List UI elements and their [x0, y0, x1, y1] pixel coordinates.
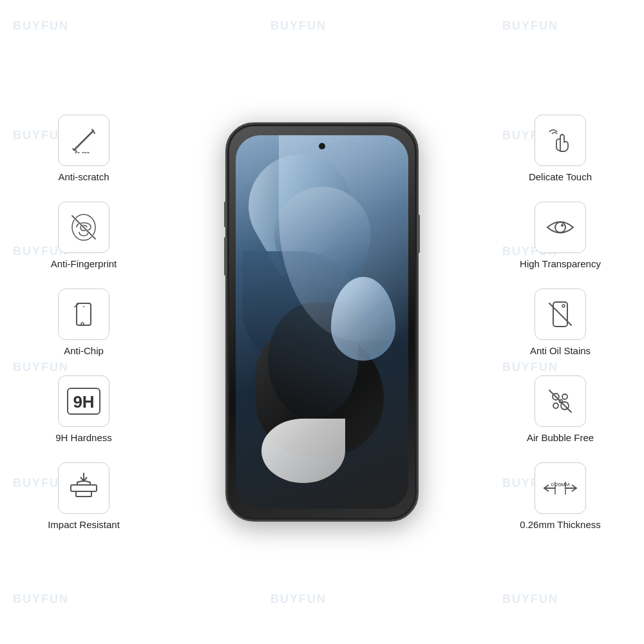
phone-shell — [225, 122, 419, 522]
anti-scratch-icon-box — [58, 115, 109, 166]
feature-anti-scratch: Anti-scratch — [58, 115, 109, 182]
svg-point-10 — [81, 323, 84, 325]
delicate-touch-icon-box — [535, 115, 586, 166]
feature-thickness: 0.26MM 0.26mm Thickness — [520, 462, 601, 530]
high-transparency-icon-box — [535, 202, 586, 253]
thickness-icon-box: 0.26MM — [535, 462, 586, 514]
phone-wrap — [225, 122, 419, 522]
anti-scratch-label: Anti-scratch — [58, 171, 109, 182]
punch-hole-camera — [319, 143, 325, 149]
svg-rect-15 — [71, 485, 97, 491]
phone-center — [148, 122, 496, 522]
thickness-icon: 0.26MM — [541, 472, 580, 504]
svg-text:0.26MM: 0.26MM — [551, 482, 570, 488]
feature-anti-chip: Anti-Chip — [58, 289, 109, 356]
phone-screen — [236, 135, 408, 509]
white-petal — [261, 419, 345, 483]
anti-fingerprint-icon-box — [58, 202, 109, 253]
feature-delicate-touch: Delicate Touch — [529, 115, 592, 182]
9h-hardness-icon-box: 9H — [58, 375, 109, 427]
feature-high-transparency: High Transparency — [520, 202, 601, 269]
anti-chip-label: Anti-Chip — [64, 345, 104, 356]
anti-oil-stains-label: Anti Oil Stains — [530, 345, 591, 356]
svg-line-28 — [549, 390, 571, 412]
impact-icon — [64, 472, 103, 504]
feature-anti-oil-stains: Anti Oil Stains — [530, 289, 591, 356]
screen-content — [236, 135, 408, 509]
transparency-icon — [544, 211, 576, 243]
left-features-column: Anti-scratch Anti-Fingerprint — [19, 115, 148, 530]
fingerprint-icon — [68, 211, 100, 243]
svg-point-21 — [562, 305, 565, 307]
main-container: Anti-scratch Anti-Fingerprint — [0, 0, 644, 644]
air-bubble-free-label: Air Bubble Free — [527, 432, 594, 443]
thickness-label: 0.26mm Thickness — [520, 519, 601, 530]
side-button-right — [417, 214, 420, 253]
impact-resistant-label: Impact Resistant — [48, 519, 120, 530]
scratch-icon — [68, 124, 100, 156]
touch-icon — [544, 124, 576, 156]
svg-point-19 — [561, 224, 564, 227]
right-features-column: Delicate Touch High Transparency — [496, 115, 625, 530]
feature-impact-resistant: Impact Resistant — [48, 462, 120, 530]
feature-anti-fingerprint: Anti-Fingerprint — [51, 202, 117, 269]
feature-air-bubble-free: Air Bubble Free — [527, 375, 594, 443]
chip-icon — [68, 298, 100, 330]
svg-rect-16 — [76, 491, 91, 497]
side-button-left-top — [224, 202, 227, 227]
oil-icon — [544, 298, 576, 330]
impact-resistant-icon-box — [58, 462, 109, 514]
svg-line-0 — [74, 131, 93, 150]
feature-9h-hardness: 9H 9H Hardness — [55, 375, 112, 443]
high-transparency-label: High Transparency — [520, 258, 601, 269]
9h-icon: 9H — [64, 385, 103, 417]
bubble-icon — [544, 385, 576, 417]
svg-point-24 — [562, 394, 567, 399]
svg-point-25 — [553, 403, 558, 408]
anti-chip-icon-box — [58, 289, 109, 340]
svg-text:9H: 9H — [73, 392, 94, 412]
delicate-touch-label: Delicate Touch — [529, 171, 592, 182]
9h-hardness-label: 9H Hardness — [55, 432, 112, 443]
air-bubble-free-icon-box — [535, 375, 586, 427]
svg-point-18 — [555, 222, 565, 232]
anti-fingerprint-label: Anti-Fingerprint — [51, 258, 117, 269]
anti-oil-stains-icon-box — [535, 289, 586, 340]
side-button-left-bottom — [224, 237, 227, 276]
